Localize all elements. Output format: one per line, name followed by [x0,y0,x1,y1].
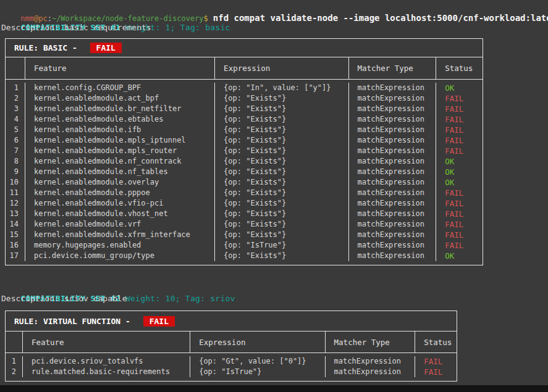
table-cell: {op: "Exists"} [215,146,348,156]
status-value: OK [436,167,483,177]
table-cell: matchExpression [326,356,416,367]
table-row: 2kernel.enabledmodule.act_bpf{op: "Exist… [6,93,483,104]
table-cell: kernel.enabledmodule.xfrm_interface [25,230,215,240]
table-row: 7kernel.enabledmodule.mpls_router{op: "E… [6,146,483,156]
table-row: 15kernel.enabledmodule.xfrm_interface{op… [6,230,483,240]
table-cell: kernel.enabledmodule.mpls_router [25,146,215,156]
table-cell: kernel.enabledmodule.nf_tables [25,167,215,177]
table-cell: {op: "Gt", value: ["0"]} [190,356,325,367]
table-cell: 3 [6,104,25,114]
table-cell: 12 [6,198,25,209]
table-row: 5kernel.enabledmodule.ifb{op: "Exists"}m… [6,125,483,135]
table-body: 1pci.device.sriov_totalvfs{op: "Gt", val… [6,353,457,381]
col-header-feature: Feature [23,332,190,352]
status-value: FAIL [436,188,483,198]
table-cell: kernel.enabledmodule.nf_conntrack [25,156,215,167]
table-cell: kernel.enabledmodule.pppoe [25,188,215,198]
table-row: 2rule.matched.basic-requirements{op: "Is… [6,367,457,377]
table-cell: 16 [6,240,25,251]
table-cell: matchExpression [349,104,437,114]
command-line[interactable]: nmm@pc:~/Workspace/node-feature-discover… [1,1,548,12]
table-cell: 10 [6,177,25,188]
table-row: 13kernel.enabledmodule.vhost_net{op: "Ex… [6,209,483,219]
table-row: 14kernel.enabledmodule.vrf{op: "Exists"}… [6,219,483,230]
command-text: nfd compat validate-node --image localho… [213,13,548,23]
table-row: 1kernel.config.CGROUP_BPF{op: "In", valu… [6,83,483,93]
col-header-index [6,332,23,352]
table-cell: {op: "Exists"} [215,230,348,240]
status-value: FAIL [436,146,483,156]
table-cell: rule.matched.basic-requirements [23,367,190,377]
col-header-matcher: Matcher Type [349,57,437,79]
table-cell: kernel.enabledmodule.act_bpf [25,93,215,104]
table-cell: 11 [6,188,25,198]
table-cell: 14 [6,219,25,230]
table-cell: kernel.enabledmodule.vfio-pci [25,198,215,209]
status-value: FAIL [436,219,483,230]
set1-description: Description: basic requirements [1,22,151,33]
rule-header-basic: RULE: BASIC - FAIL [6,39,483,57]
table-cell: matchExpression [349,251,437,261]
rule-table-basic: RULE: BASIC - FAIL Feature Expression Ma… [5,38,483,265]
table-cell: matchExpression [349,177,437,188]
table-row: 8kernel.enabledmodule.nf_conntrack{op: "… [6,156,483,167]
table-cell: kernel.enabledmodule.mpls_iptunnel [25,135,215,146]
table-cell: memory.hugepages.enabled [25,240,215,251]
window-bottom-edge [0,385,548,392]
table-cell: {op: "Exists"} [215,209,348,219]
table-cell: matchExpression [349,240,437,251]
table-cell: pci.device.sriov_totalvfs [23,356,190,367]
status-value: OK [436,156,483,167]
table-row: 6kernel.enabledmodule.mpls_iptunnel{op: … [6,135,483,146]
status-value: OK [436,83,483,93]
table-cell: {op: "Exists"} [215,93,348,104]
status-value: FAIL [436,230,483,240]
column-headers: Feature Expression Matcher Type Status [6,57,483,80]
table-row: 9kernel.enabledmodule.nf_tables{op: "Exi… [6,167,483,177]
col-header-feature: Feature [25,57,215,79]
table-cell: {op: "Exists"} [215,125,348,135]
table-cell: matchExpression [349,209,437,219]
status-value: OK [436,177,483,188]
table-row: 17pci.device.iommu_group/type{op: "Exist… [6,251,483,261]
col-header-expression: Expression [190,332,325,352]
status-value: FAIL [436,114,483,125]
table-cell: 9 [6,167,25,177]
col-header-status: Status [415,332,457,352]
table-cell: 13 [6,209,25,219]
table-cell: matchExpression [349,135,437,146]
status-value: FAIL [436,209,483,219]
table-cell: matchExpression [349,114,437,125]
table-cell: matchExpression [349,167,437,177]
table-cell: matchExpression [349,198,437,209]
table-cell: kernel.enabledmodule.vrf [25,219,215,230]
table-cell: matchExpression [349,93,437,104]
rule-table-virtual-function: RULE: VIRTUAL FUNCTION - FAIL Feature Ex… [5,311,457,382]
table-row: 11kernel.enabledmodule.pppoe{op: "Exists… [6,188,483,198]
table-cell: kernel.enabledmodule.overlay [25,177,215,188]
table-cell: {op: "Exists"} [215,198,348,209]
rule-header-virtual-function: RULE: VIRTUAL FUNCTION - FAIL [6,311,457,332]
table-cell: 1 [6,83,25,93]
table-cell: 5 [6,125,25,135]
table-cell: 15 [6,230,25,240]
fail-badge: FAIL [143,316,175,327]
table-cell: {op: "Exists"} [215,251,348,261]
table-cell: matchExpression [326,367,416,377]
table-cell: 6 [6,135,25,146]
col-header-matcher: Matcher Type [326,332,416,352]
table-cell: 2 [6,93,25,104]
rule-label: RULE: BASIC - [14,43,82,52]
table-cell: {op: "Exists"} [215,156,348,167]
table-cell: {op: "Exists"} [215,219,348,230]
table-cell: 2 [6,367,23,377]
status-value: FAIL [436,240,483,251]
table-cell: {op: "IsTrue"} [190,367,325,377]
table-cell: 7 [6,146,25,156]
table-cell: kernel.enabledmodule.ifb [25,125,215,135]
column-headers: Feature Expression Matcher Type Status [6,332,457,353]
table-row: 4kernel.enabledmodule.ebtables{op: "Exis… [6,114,483,125]
table-cell: matchExpression [349,146,437,156]
status-value: FAIL [436,93,483,104]
status-value: FAIL [436,198,483,209]
